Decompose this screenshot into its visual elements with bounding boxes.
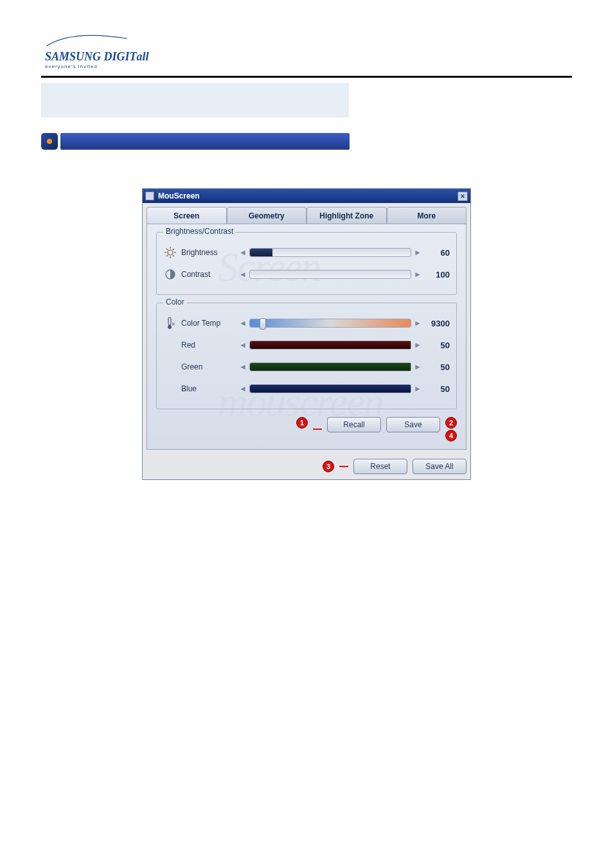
blue-value: 50 [422,384,450,394]
group-title-bc: Brightness/Contrast [163,227,236,236]
blue-dec[interactable]: ◄ [239,384,247,393]
group-title-color: Color [163,297,187,306]
row-green: Green ◄ ► 50 [163,356,450,378]
row-colortemp: K Color Temp ◄ ► 9300 [163,312,450,334]
colortemp-inc[interactable]: ► [414,319,422,328]
header-banner [41,83,572,118]
svg-point-0 [168,250,173,255]
contrast-slider[interactable] [249,270,411,279]
reset-button[interactable]: Reset [353,459,407,474]
brightness-inc[interactable]: ► [414,248,422,257]
colortemp-label: Color Temp [181,319,239,328]
green-label: Green [181,362,239,371]
svg-line-8 [173,249,174,250]
colortemp-value: 9300 [422,319,450,328]
save-all-button[interactable]: Save All [413,459,466,474]
brand-samsung: SAMSUNG [45,50,101,63]
blue-label: Blue [181,384,239,393]
contrast-label: Contrast [181,270,239,279]
window-title: MouScreen [158,191,458,200]
window-titlebar[interactable]: MouScreen × [143,189,470,203]
svg-text:K: K [172,321,175,327]
red-dec[interactable]: ◄ [239,341,247,350]
green-inc[interactable]: ► [414,362,422,371]
tab-panel-screen: Screen mouscreen Brightness/Contrast Bri… [147,224,466,450]
recall-save-row: 1 Recall Save 2 4 [156,417,457,441]
red-inc[interactable]: ► [414,341,422,350]
blue-slider[interactable] [249,384,411,393]
brand-tagline: everyone's invited [45,64,613,69]
divider [41,76,572,78]
brightness-dec[interactable]: ◄ [239,248,247,257]
colortemp-slider[interactable] [249,319,411,328]
section-strip [41,133,350,150]
contrast-value: 100 [422,270,450,279]
brand-logo: SAMSUNG DIGITall everyone's invited [45,39,613,69]
save-button[interactable]: Save [386,417,440,432]
contrast-icon [163,267,177,281]
svg-rect-10 [168,317,171,325]
group-color: Color K Color Temp ◄ ► 9300 Red ◄ [156,303,457,409]
red-value: 50 [422,341,450,350]
colortemp-dec[interactable]: ◄ [239,319,247,328]
svg-line-6 [173,255,174,256]
blue-inc[interactable]: ► [414,384,422,393]
row-brightness: Brightness ◄ ► 60 [163,242,450,263]
svg-line-5 [166,249,168,250]
app-icon [145,191,154,200]
brand-all: all [137,50,149,63]
section-bullet-icon [41,133,58,150]
tab-more[interactable]: More [387,207,467,224]
green-value: 50 [422,362,450,372]
reset-saveall-row: 3 Reset Save All [143,454,470,479]
close-icon[interactable]: × [458,191,468,201]
contrast-dec[interactable]: ◄ [239,270,247,279]
svg-line-7 [166,255,168,256]
red-slider[interactable] [249,341,411,350]
svg-point-11 [168,325,172,329]
tab-geometry[interactable]: Geometry [227,207,307,224]
callout-badge-1: 1 [296,417,308,429]
row-contrast: Contrast ◄ ► 100 [163,263,450,285]
callout-badge-4: 4 [445,430,457,441]
callout-badge-3: 3 [323,461,334,472]
brand-digit: DIGIT [104,50,137,63]
tab-highlight-zone[interactable]: Highlight Zone [306,207,387,224]
tab-strip: Screen Geometry Highlight Zone More [143,203,470,224]
contrast-inc[interactable]: ► [414,270,422,279]
brightness-value: 60 [422,248,450,258]
recall-button[interactable]: Recall [327,417,381,432]
red-label: Red [181,341,239,350]
brightness-label: Brightness [181,248,239,257]
green-slider[interactable] [249,362,411,371]
brightness-slider[interactable] [249,248,411,257]
group-brightness-contrast: Brightness/Contrast Brightness ◄ ► 60 Co… [156,232,457,295]
thermometer-icon: K [163,316,177,330]
brightness-icon [163,245,177,260]
row-blue: Blue ◄ ► 50 [163,378,450,400]
green-dec[interactable]: ◄ [239,362,247,371]
row-red: Red ◄ ► 50 [163,334,450,356]
callout-badge-2: 2 [445,417,457,429]
mouscreen-window: MouScreen × Screen Geometry Highlight Zo… [142,188,471,480]
tab-screen[interactable]: Screen [147,207,227,224]
